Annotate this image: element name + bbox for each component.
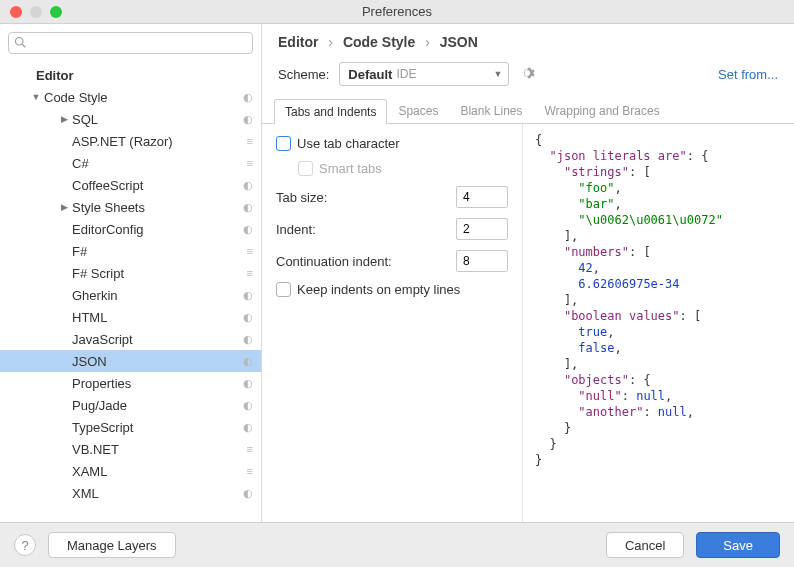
breadcrumb-mid[interactable]: Code Style: [343, 34, 415, 50]
minimize-window-icon[interactable]: [30, 6, 42, 18]
footer: ? Manage Layers Cancel Save: [0, 522, 794, 567]
tab[interactable]: Blank Lines: [449, 98, 533, 123]
tree-item[interactable]: ▶TypeScript◐: [0, 416, 261, 438]
scheme-select[interactable]: Default IDE ▼: [339, 62, 509, 86]
manage-layers-button[interactable]: Manage Layers: [48, 532, 176, 558]
scope-marker-icon: ≡: [247, 267, 253, 279]
tree-item-label: SQL: [72, 112, 243, 127]
scope-marker-icon: ≡: [247, 245, 253, 257]
tree-item[interactable]: ▶JSON◐: [0, 350, 261, 372]
tree-item-label: C#: [72, 156, 247, 171]
tree-item-label: F# Script: [72, 266, 247, 281]
tree-item[interactable]: ▶XML◐: [0, 482, 261, 504]
tree-item[interactable]: ▶F#≡: [0, 240, 261, 262]
tree-item[interactable]: ▶F# Script≡: [0, 262, 261, 284]
scheme-suffix: IDE: [396, 67, 416, 81]
main-panel: Editor › Code Style › JSON Scheme: Defau…: [262, 24, 794, 522]
continuation-input[interactable]: [456, 250, 508, 272]
tab-size-label: Tab size:: [276, 190, 327, 205]
tree-item[interactable]: ▶HTML◐: [0, 306, 261, 328]
tree-item-label: Editor: [36, 68, 253, 83]
chevron-down-icon: ▼: [30, 92, 42, 102]
save-button[interactable]: Save: [696, 532, 780, 558]
chevron-down-icon: ▼: [493, 69, 502, 79]
tree-item-label: VB.NET: [72, 442, 247, 457]
window-controls: [10, 6, 62, 18]
use-tab-label: Use tab character: [297, 136, 400, 151]
scope-marker-icon: ◐: [243, 421, 253, 434]
tree-item[interactable]: ▶Editor: [0, 64, 261, 86]
tree-item-label: JSON: [72, 354, 243, 369]
tab[interactable]: Wrapping and Braces: [533, 98, 670, 123]
scope-marker-icon: ◐: [243, 91, 253, 104]
chevron-right-icon: ›: [425, 34, 430, 50]
tree-item[interactable]: ▶CoffeeScript◐: [0, 174, 261, 196]
help-button[interactable]: ?: [14, 534, 36, 556]
tree-item-label: CoffeeScript: [72, 178, 243, 193]
tree-item-label: F#: [72, 244, 247, 259]
set-from-link[interactable]: Set from...: [718, 67, 778, 82]
indent-form: Use tab character Smart tabs Tab size: I…: [262, 124, 522, 522]
scope-marker-icon: ◐: [243, 399, 253, 412]
smart-tabs-checkbox: [298, 161, 313, 176]
scope-marker-icon: ≡: [247, 443, 253, 455]
scope-marker-icon: ≡: [247, 135, 253, 147]
breadcrumb-leaf: JSON: [440, 34, 478, 50]
gear-icon[interactable]: [519, 65, 535, 84]
tab-bar: Tabs and IndentsSpacesBlank LinesWrappin…: [262, 98, 794, 124]
scope-marker-icon: ◐: [243, 113, 253, 126]
chevron-right-icon: ▶: [58, 202, 70, 212]
tree-item-label: XAML: [72, 464, 247, 479]
tree-item[interactable]: ▶JavaScript◐: [0, 328, 261, 350]
chevron-right-icon: ▶: [58, 114, 70, 124]
tree-item[interactable]: ▶VB.NET≡: [0, 438, 261, 460]
tree-item[interactable]: ▶C#≡: [0, 152, 261, 174]
scheme-label: Scheme:: [278, 67, 329, 82]
tree-item[interactable]: ▶Gherkin◐: [0, 284, 261, 306]
tree-item-label: Code Style: [44, 90, 243, 105]
tree-item[interactable]: ▶SQL◐: [0, 108, 261, 130]
tab-size-input[interactable]: [456, 186, 508, 208]
settings-tree: ▶Editor▼Code Style◐▶SQL◐▶ASP.NET (Razor)…: [0, 62, 261, 522]
scheme-value: Default: [348, 67, 392, 82]
titlebar: Preferences: [0, 0, 794, 24]
use-tab-checkbox[interactable]: [276, 136, 291, 151]
tree-item[interactable]: ▶Properties◐: [0, 372, 261, 394]
svg-point-0: [16, 38, 24, 46]
close-window-icon[interactable]: [10, 6, 22, 18]
tree-item-label: TypeScript: [72, 420, 243, 435]
tree-item-label: Gherkin: [72, 288, 243, 303]
scope-marker-icon: ◐: [243, 179, 253, 192]
scope-marker-icon: ◐: [243, 487, 253, 500]
tree-item[interactable]: ▶EditorConfig◐: [0, 218, 261, 240]
scope-marker-icon: ◐: [243, 311, 253, 324]
tree-item[interactable]: ▶ASP.NET (Razor)≡: [0, 130, 261, 152]
scope-marker-icon: ◐: [243, 377, 253, 390]
breadcrumb-root[interactable]: Editor: [278, 34, 318, 50]
scope-marker-icon: ◐: [243, 333, 253, 346]
indent-label: Indent:: [276, 222, 316, 237]
keep-indents-label: Keep indents on empty lines: [297, 282, 460, 297]
search-input[interactable]: [8, 32, 253, 54]
cancel-button[interactable]: Cancel: [606, 532, 684, 558]
scope-marker-icon: ◐: [243, 355, 253, 368]
tree-item[interactable]: ▶Pug/Jade◐: [0, 394, 261, 416]
chevron-right-icon: ›: [328, 34, 333, 50]
maximize-window-icon[interactable]: [50, 6, 62, 18]
tree-item[interactable]: ▼Code Style◐: [0, 86, 261, 108]
continuation-label: Continuation indent:: [276, 254, 392, 269]
tree-item[interactable]: ▶XAML≡: [0, 460, 261, 482]
scope-marker-icon: ◐: [243, 289, 253, 302]
tab[interactable]: Spaces: [387, 98, 449, 123]
tree-item[interactable]: ▶Style Sheets◐: [0, 196, 261, 218]
code-preview: { "json literals are": { "strings": [ "f…: [522, 124, 794, 522]
tab[interactable]: Tabs and Indents: [274, 99, 387, 124]
tree-item-label: EditorConfig: [72, 222, 243, 237]
keep-indents-checkbox[interactable]: [276, 282, 291, 297]
tree-item-label: JavaScript: [72, 332, 243, 347]
search-icon: [14, 36, 26, 51]
scope-marker-icon: ≡: [247, 465, 253, 477]
indent-input[interactable]: [456, 218, 508, 240]
breadcrumb: Editor › Code Style › JSON: [262, 24, 794, 58]
tree-item-label: XML: [72, 486, 243, 501]
